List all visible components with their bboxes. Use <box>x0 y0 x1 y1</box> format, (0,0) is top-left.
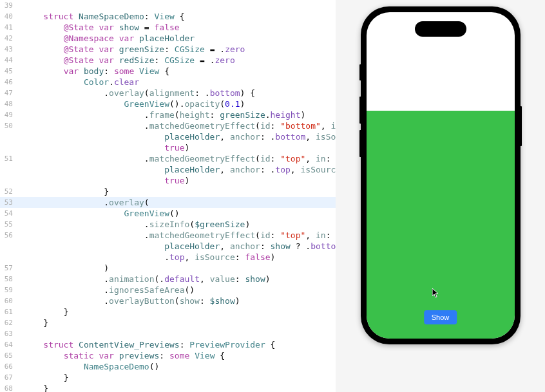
line-number: 64 <box>0 341 18 349</box>
code-line[interactable]: 50 .matchedGeometryEffect(id: "bottom", … <box>0 120 336 131</box>
code-content[interactable]: struct ContentView_Previews: PreviewProv… <box>18 340 336 350</box>
code-content[interactable]: placeHolder, anchor: .bottom, isSource: <box>18 132 336 142</box>
code-line[interactable]: placeHolder, anchor: show ? .bottom : <box>0 241 336 252</box>
code-content[interactable]: placeHolder, anchor: .top, isSource: <box>18 165 336 174</box>
code-line[interactable]: 39 <box>0 0 336 11</box>
mouse-cursor-icon <box>432 288 440 299</box>
code-content[interactable]: } <box>18 384 336 392</box>
code-content[interactable]: GreenView().opacity(0.1) <box>18 99 336 109</box>
code-content[interactable]: var body: some View { <box>18 66 336 76</box>
code-content[interactable]: true) <box>18 143 336 153</box>
code-content[interactable]: .matchedGeometryEffect(id: "top", in: <box>18 154 336 163</box>
code-content[interactable]: NameSpaceDemo() <box>18 362 336 371</box>
line-number: 50 <box>0 122 18 130</box>
iphone-simulator-frame: Show <box>361 6 521 344</box>
code-line[interactable]: placeHolder, anchor: .bottom, isSource: <box>0 131 336 142</box>
code-line[interactable]: 55 .sizeInfo($greenSize) <box>0 219 336 230</box>
code-content[interactable]: ) <box>18 263 336 273</box>
code-line[interactable]: 52 } <box>0 186 336 197</box>
code-line[interactable]: 54 GreenView() <box>0 208 336 219</box>
code-content[interactable]: static var previews: some View { <box>18 351 336 360</box>
code-line[interactable]: 63 <box>0 328 336 339</box>
line-number: 66 <box>0 362 18 371</box>
code-line[interactable]: 41 @State var show = false <box>0 22 336 33</box>
code-content[interactable]: } <box>18 187 336 196</box>
line-number: 41 <box>0 23 18 32</box>
code-line[interactable]: 40 struct NameSpaceDemo: View { <box>0 11 336 22</box>
line-number: 53 <box>0 198 18 207</box>
code-content[interactable]: .ignoresSafeArea() <box>18 285 336 295</box>
line-number: 47 <box>0 89 18 97</box>
line-number: 55 <box>0 220 18 229</box>
line-number: 63 <box>0 330 18 338</box>
code-content[interactable]: .overlay(alignment: .bottom) { <box>18 88 336 98</box>
line-number: 57 <box>0 264 18 272</box>
code-line[interactable]: 49 .frame(height: greenSize.height) <box>0 109 336 120</box>
code-content[interactable]: Color.clear <box>18 77 336 87</box>
line-number: 48 <box>0 100 18 108</box>
code-content[interactable]: @Namespace var placeHolder <box>18 33 336 43</box>
code-line[interactable]: 58 .animation(.default, value: show) <box>0 274 336 285</box>
code-content[interactable]: .overlayButton(show: $show) <box>18 296 336 306</box>
code-line[interactable]: 48 GreenView().opacity(0.1) <box>0 98 336 109</box>
code-line[interactable]: 59 .ignoresSafeArea() <box>0 285 336 295</box>
line-number: 51 <box>0 154 18 163</box>
code-line[interactable]: 66 NameSpaceDemo() <box>0 361 336 372</box>
code-content[interactable]: GreenView() <box>18 209 336 218</box>
line-number: 49 <box>0 111 18 119</box>
code-line[interactable]: placeHolder, anchor: .top, isSource: <box>0 164 336 175</box>
code-content[interactable]: .sizeInfo($greenSize) <box>18 219 336 229</box>
code-line[interactable]: 57 ) <box>0 263 336 274</box>
code-editor[interactable]: 3940 struct NameSpaceDemo: View {41 @Sta… <box>0 0 336 392</box>
code-content[interactable]: } <box>18 318 336 328</box>
code-content[interactable]: @State var greenSize: CGSize = .zero <box>18 44 336 54</box>
code-content[interactable]: .matchedGeometryEffect(id: "bottom", in: <box>18 121 336 131</box>
code-content[interactable]: .frame(height: greenSize.height) <box>18 110 336 120</box>
power-button <box>520 106 522 146</box>
code-line[interactable]: 42 @Namespace var placeHolder <box>0 33 336 44</box>
code-line[interactable]: 68 } <box>0 383 336 392</box>
line-number: 62 <box>0 319 18 327</box>
code-content[interactable]: struct NameSpaceDemo: View { <box>18 12 336 21</box>
code-content[interactable]: @State var show = false <box>18 23 336 32</box>
code-line[interactable]: 51 .matchedGeometryEffect(id: "top", in: <box>0 153 336 164</box>
code-line[interactable]: 60 .overlayButton(show: $show) <box>0 295 336 306</box>
code-content[interactable]: } <box>18 373 336 382</box>
line-number: 43 <box>0 45 18 53</box>
code-line[interactable]: 43 @State var greenSize: CGSize = .zero <box>0 44 336 55</box>
code-line[interactable]: 53 .overlay( <box>0 197 336 208</box>
code-content[interactable]: .top, isSource: false) <box>18 252 336 262</box>
code-content[interactable]: @State var redSize: CGSize = .zero <box>18 55 336 65</box>
green-view <box>367 111 515 339</box>
code-content[interactable]: } <box>18 307 336 317</box>
line-number: 44 <box>0 56 18 64</box>
code-line[interactable]: 65 static var previews: some View { <box>0 350 336 361</box>
show-button[interactable]: Show <box>424 310 457 324</box>
code-line[interactable]: 46 Color.clear <box>0 77 336 88</box>
code-line[interactable]: true) <box>0 175 336 186</box>
line-number: 59 <box>0 286 18 294</box>
code-content[interactable]: .matchedGeometryEffect(id: "top", in: <box>18 230 336 240</box>
code-line[interactable]: 64 struct ContentView_Previews: PreviewP… <box>0 339 336 350</box>
code-line[interactable]: .top, isSource: false) <box>0 252 336 263</box>
code-line[interactable]: 45 var body: some View { <box>0 66 336 77</box>
line-number: 56 <box>0 231 18 239</box>
code-content[interactable]: .animation(.default, value: show) <box>18 274 336 284</box>
line-number: 68 <box>0 384 18 392</box>
line-number: 60 <box>0 297 18 305</box>
line-number: 42 <box>0 34 18 42</box>
code-line[interactable]: 67 } <box>0 372 336 383</box>
code-content[interactable]: placeHolder, anchor: show ? .bottom : <box>18 241 336 251</box>
code-line[interactable]: 61 } <box>0 306 336 317</box>
code-line[interactable]: 47 .overlay(alignment: .bottom) { <box>0 88 336 98</box>
code-content[interactable]: .overlay( <box>18 198 336 207</box>
line-number: 54 <box>0 209 18 218</box>
line-number: 58 <box>0 275 18 283</box>
code-line[interactable]: true) <box>0 142 336 153</box>
code-content[interactable]: true) <box>18 176 336 185</box>
code-line[interactable]: 62 } <box>0 317 336 328</box>
volume-down-button <box>359 130 361 157</box>
code-line[interactable]: 44 @State var redSize: CGSize = .zero <box>0 55 336 66</box>
silence-button <box>359 64 361 80</box>
code-line[interactable]: 56 .matchedGeometryEffect(id: "top", in: <box>0 230 336 241</box>
